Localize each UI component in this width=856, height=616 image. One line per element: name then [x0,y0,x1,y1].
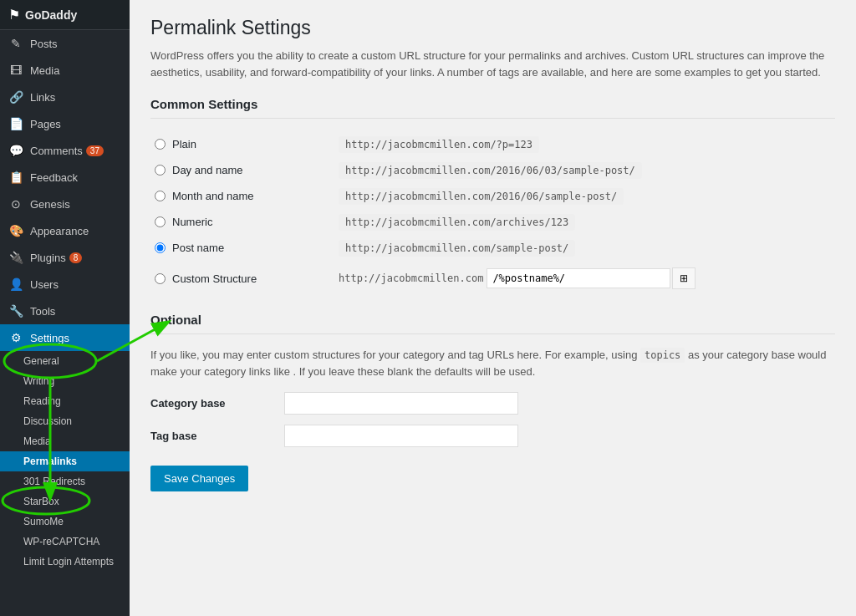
tag-base-row: Tag base [150,425,835,447]
optional-description: If you like, you may enter custom struct… [150,347,835,379]
table-row: Plain http://jacobmcmillen.com/?p=123 [150,131,835,157]
numeric-radio[interactable] [155,216,166,227]
sidebar-logo[interactable]: ⚑ GoDaddy [0,0,130,30]
sidebar-item-users[interactable]: 👤 Users [0,271,130,298]
sidebar-sub-writing[interactable]: Writing [0,371,130,391]
plain-label: Plain [172,138,196,150]
sidebar-label-media: Media [30,64,59,77]
sidebar-sub-permalinks[interactable]: Permalinks [0,451,130,471]
godaddy-icon: ⚑ [8,7,20,23]
custom-label: Custom Structure [172,272,257,285]
sidebar-label-settings: Settings [30,332,69,344]
sidebar-label-users: Users [30,278,59,291]
sidebar-item-pages[interactable]: 📄 Pages [0,110,130,137]
sidebar-sub-limit-login[interactable]: Limit Login Attempts [0,552,130,572]
month-name-label: Month and name [172,190,254,202]
plugins-icon: 🔌 [8,251,23,264]
sidebar-label-tools: Tools [30,305,55,318]
tag-base-label: Tag base [150,430,284,442]
sidebar-item-posts[interactable]: ✎ Posts [0,30,130,57]
post-name-radio[interactable] [155,242,166,253]
post-name-url: http://jacobmcmillen.com/sample-post/ [339,240,575,257]
day-name-radio[interactable] [155,165,166,176]
category-base-label: Category base [150,397,284,410]
common-settings-title: Common Settings [150,97,835,119]
table-row: Numeric http://jacobmcmillen.com/archive… [150,209,835,235]
custom-url-row: http://jacobmcmillen.com ⊞ [339,267,831,289]
tools-icon: 🔧 [8,304,23,318]
table-row: Month and name http://jacobmcmillen.com/… [150,183,835,209]
sidebar-sub-301redirects[interactable]: 301 Redirects [0,471,130,491]
permalink-options-table: Plain http://jacobmcmillen.com/?p=123 Da… [150,131,835,296]
sidebar-logo-text: GoDaddy [25,8,77,22]
comments-badge: 37 [86,145,104,156]
table-row: Day and name http://jacobmcmillen.com/20… [150,157,835,183]
sidebar-label-feedback: Feedback [30,171,78,184]
pages-icon: 📄 [8,117,23,130]
sidebar-sub-discussion[interactable]: Discussion [0,411,130,431]
main-content: Permalink Settings WordPress offers you … [130,0,856,616]
category-base-row: Category base [150,392,835,415]
save-changes-button[interactable]: Save Changes [150,466,248,491]
sidebar-sub-reading[interactable]: Reading [0,391,130,411]
table-row: Custom Structure http://jacobmcmillen.co… [150,261,835,296]
sidebar-label-plugins: Plugins [30,252,66,264]
numeric-radio-label[interactable]: Numeric [155,216,330,228]
sidebar-sub-general[interactable]: General [0,351,130,371]
sidebar-label-posts: Posts [30,38,58,50]
month-name-radio-label[interactable]: Month and name [155,190,330,202]
category-base-input[interactable] [284,392,518,415]
day-name-radio-label[interactable]: Day and name [155,164,330,176]
sidebar-item-media[interactable]: 🎞 Media [0,57,130,84]
links-icon: 🔗 [8,90,23,104]
media-icon: 🎞 [8,64,23,77]
settings-icon: ⚙ [8,331,23,344]
feedback-icon: 📋 [8,171,23,184]
sidebar-label-genesis: Genesis [30,198,70,211]
custom-radio-label[interactable]: Custom Structure [155,272,330,285]
genesis-icon: ⊙ [8,197,23,211]
sidebar-sub-starbox[interactable]: StarBox [0,491,130,512]
sidebar-item-tools[interactable]: 🔧 Tools [0,298,130,324]
plugins-badge: 8 [69,252,83,263]
sidebar-item-genesis[interactable]: ⊙ Genesis [0,191,130,217]
plain-radio[interactable] [155,139,166,150]
tag-base-input[interactable] [284,425,518,447]
page-title: Permalink Settings [150,17,835,39]
sidebar-item-links[interactable]: 🔗 Links [0,84,130,110]
sidebar-label-appearance: Appearance [30,225,89,237]
appearance-icon: 🎨 [8,224,23,237]
posts-icon: ✎ [8,37,23,50]
optional-title: Optional [150,313,835,334]
sidebar-item-settings[interactable]: ⚙ Settings [0,324,130,351]
plain-url: http://jacobmcmillen.com/?p=123 [339,136,539,153]
custom-url-icon[interactable]: ⊞ [672,267,696,289]
day-name-label: Day and name [172,164,243,176]
sidebar-item-comments[interactable]: 💬 Comments 37 [0,137,130,164]
month-name-url: http://jacobmcmillen.com/2016/06/sample-… [339,188,624,205]
custom-radio[interactable] [155,273,166,284]
sidebar: ⚑ GoDaddy ✎ Posts 🎞 Media 🔗 Links 📄 Page… [0,0,130,616]
topics-code: topics [640,348,685,363]
sidebar-item-feedback[interactable]: 📋 Feedback [0,164,130,191]
day-name-url: http://jacobmcmillen.com/2016/06/03/samp… [339,162,642,179]
comments-icon: 💬 [8,144,23,157]
page-description: WordPress offers you the ability to crea… [150,48,835,80]
sidebar-sub-wprecaptcha[interactable]: WP-reCAPTCHA [0,532,130,552]
custom-url-prefix: http://jacobmcmillen.com [339,272,483,284]
sidebar-label-pages: Pages [30,118,61,130]
sidebar-label-links: Links [30,91,55,104]
month-name-radio[interactable] [155,191,166,201]
sidebar-sub-media[interactable]: Media [0,431,130,451]
table-row: Post name http://jacobmcmillen.com/sampl… [150,235,835,261]
plain-radio-label[interactable]: Plain [155,138,330,150]
optional-section: Optional If you like, you may enter cust… [150,313,835,491]
users-icon: 👤 [8,277,23,291]
post-name-radio-label[interactable]: Post name [155,242,330,254]
sidebar-item-plugins[interactable]: 🔌 Plugins 8 [0,244,130,271]
numeric-label: Numeric [172,216,212,228]
custom-url-input[interactable] [487,268,670,288]
sidebar-sub-sumome[interactable]: SumoMe [0,512,130,532]
post-name-label: Post name [172,242,224,254]
sidebar-item-appearance[interactable]: 🎨 Appearance [0,217,130,244]
